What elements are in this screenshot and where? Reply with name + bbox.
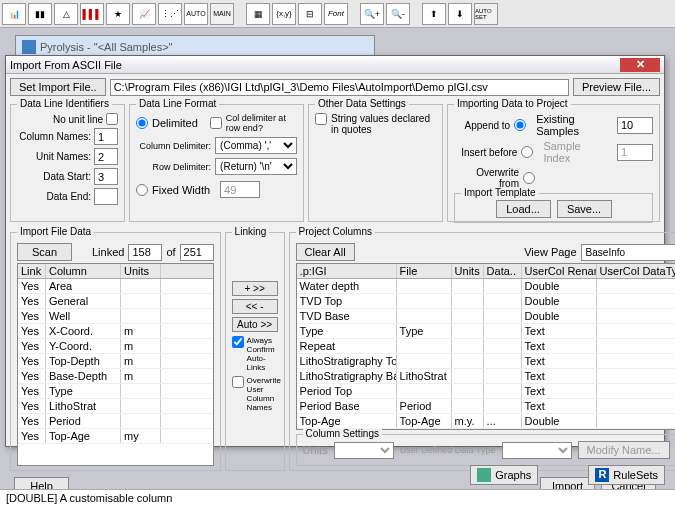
row-delim-select[interactable]: (Return) '\n' [215, 158, 297, 175]
toolbar-icon[interactable]: ▮▮ [28, 3, 52, 25]
table-row[interactable]: Top-AgeTop-Agem.y....Double [297, 414, 675, 429]
table-row[interactable]: TypeTypeText [297, 324, 675, 339]
table-row[interactable]: YesX-Coord.m [18, 324, 213, 339]
data-line-identifiers-group: Data Line Identifiers No unit line Colum… [10, 104, 125, 222]
table-row[interactable]: Period TopText [297, 384, 675, 399]
clear-all-button[interactable]: Clear All [296, 243, 355, 261]
column-names-input[interactable] [94, 128, 118, 145]
unit-names-label: Unit Names: [17, 151, 91, 162]
toolbar-icon[interactable]: 📈 [132, 3, 156, 25]
string-quotes-checkbox[interactable] [315, 113, 327, 125]
table-row[interactable]: YesTop-Agemy [18, 429, 213, 444]
table-row[interactable]: LithoStratigraphy BaseLithoStratText [297, 369, 675, 384]
load-template-button[interactable]: Load... [496, 200, 551, 218]
th-ucr[interactable]: UserCol Rename [522, 264, 597, 278]
sample-index-input [617, 144, 653, 161]
data-start-input[interactable] [94, 168, 118, 185]
table-row[interactable]: Period BasePeriodText [297, 399, 675, 414]
toolbar-icon[interactable]: AUTO [184, 3, 208, 25]
col-delim-label: Column Delimiter: [136, 141, 211, 151]
other-data-settings-group: Other Data Settings String values declar… [308, 104, 443, 222]
overwrite-from-label: Overwrite from [454, 167, 519, 189]
close-button[interactable]: ✕ [620, 58, 660, 72]
modify-name-button: Modify Name... [578, 441, 670, 459]
table-row[interactable]: TVD TopDouble [297, 294, 675, 309]
sample-index-label: Sample Index [543, 140, 609, 164]
add-link-button[interactable]: + >> [232, 281, 278, 296]
table-row[interactable]: YesLithoStrat [18, 399, 213, 414]
table-row[interactable]: RepeatText [297, 339, 675, 354]
remove-link-button[interactable]: << - [232, 299, 278, 314]
import-template-group: Import Template Load... Save... [454, 193, 653, 223]
table-row[interactable]: LithoStratigraphy TopText [297, 354, 675, 369]
toolbar-icon[interactable]: ▦ [246, 3, 270, 25]
filepath-input[interactable] [110, 79, 569, 96]
append-to-radio[interactable] [514, 119, 526, 131]
toolbar-icon[interactable]: ▌▌▌ [80, 3, 104, 25]
linked-count [128, 244, 162, 261]
col-row-end-label: Col delimiter at row end? [226, 113, 297, 133]
import-file-table[interactable]: Link Column Units YesAreaYesGeneralYesWe… [17, 263, 214, 466]
project-columns-table[interactable]: .p:IGI File Units Data.. UserCol Rename … [296, 263, 675, 430]
overwrite-user-checkbox[interactable] [232, 376, 244, 388]
zoom-out-icon[interactable]: 🔍- [386, 3, 410, 25]
toolbar-icon[interactable]: Font [324, 3, 348, 25]
data-end-input[interactable] [94, 188, 118, 205]
toolbar-icon[interactable]: AUTO SET [474, 3, 498, 25]
auto-link-button[interactable]: Auto >> [232, 317, 278, 332]
th-link[interactable]: Link [18, 264, 46, 278]
toolbar-icon[interactable]: ⬇ [448, 3, 472, 25]
rulesets-icon: R [595, 468, 609, 482]
table-row[interactable]: YesType [18, 384, 213, 399]
existing-samples-input[interactable] [617, 117, 653, 134]
table-row[interactable]: TVD BaseDouble [297, 309, 675, 324]
overwrite-from-radio[interactable] [523, 172, 535, 184]
th-column[interactable]: Column [46, 264, 121, 278]
col-delim-select[interactable]: (Comma) ',' [215, 137, 297, 154]
graphs-button[interactable]: Graphs [470, 465, 538, 485]
th-units[interactable]: Units [452, 264, 484, 278]
toolbar-icon[interactable]: △ [54, 3, 78, 25]
rulesets-button[interactable]: RRuleSets [588, 465, 665, 485]
table-row[interactable]: YesGeneral [18, 294, 213, 309]
scan-button[interactable]: Scan [17, 243, 72, 261]
view-page-select[interactable]: BaseInfo [581, 244, 675, 261]
table-row[interactable]: YesArea [18, 279, 213, 294]
th-pigi[interactable]: .p:IGI [297, 264, 397, 278]
toolbar-icon[interactable]: ⊟ [298, 3, 322, 25]
delimited-radio[interactable] [136, 117, 148, 129]
save-template-button[interactable]: Save... [557, 200, 612, 218]
toolbar-icon[interactable]: ★ [106, 3, 130, 25]
cs-units-label: Units [303, 444, 328, 456]
table-row[interactable]: YesWell [18, 309, 213, 324]
group-legend: Import Template [461, 187, 539, 198]
table-row[interactable]: YesPeriod [18, 414, 213, 429]
table-row[interactable]: YesBase-Depthm [18, 369, 213, 384]
toolbar-icon[interactable]: MAIN [210, 3, 234, 25]
zoom-in-icon[interactable]: 🔍+ [360, 3, 384, 25]
table-row[interactable]: YesTop-Depthm [18, 354, 213, 369]
toolbar-icon[interactable]: ⋮⋰ [158, 3, 182, 25]
th-units[interactable]: Units [121, 264, 161, 278]
fixed-width-radio[interactable] [136, 184, 148, 196]
data-end-label: Data End: [17, 191, 91, 202]
toolbar-icon[interactable]: ⬆ [422, 3, 446, 25]
th-ucd[interactable]: UserCol DataType.. [597, 264, 675, 278]
toolbar-icon[interactable]: 📊 [2, 3, 26, 25]
delimited-label: Delimited [152, 117, 198, 129]
string-quotes-label: String values declared in quotes [331, 113, 436, 135]
preview-file-button[interactable]: Preview File... [573, 78, 660, 96]
always-confirm-label: Always Confirm Auto-Links [247, 336, 278, 372]
no-unit-line-checkbox[interactable] [106, 113, 118, 125]
always-confirm-checkbox[interactable] [232, 336, 244, 348]
unit-names-input[interactable] [94, 148, 118, 165]
toolbar-icon[interactable]: {x,y} [272, 3, 296, 25]
th-data[interactable]: Data.. [484, 264, 522, 278]
col-row-end-checkbox[interactable] [210, 117, 222, 129]
set-import-file-button[interactable]: Set Import File.. [10, 78, 106, 96]
insert-before-radio[interactable] [521, 146, 533, 158]
th-file[interactable]: File [397, 264, 452, 278]
table-row[interactable]: YesY-Coord.m [18, 339, 213, 354]
table-row[interactable]: Water depthDouble [297, 279, 675, 294]
insert-before-label: Insert before [454, 147, 517, 158]
